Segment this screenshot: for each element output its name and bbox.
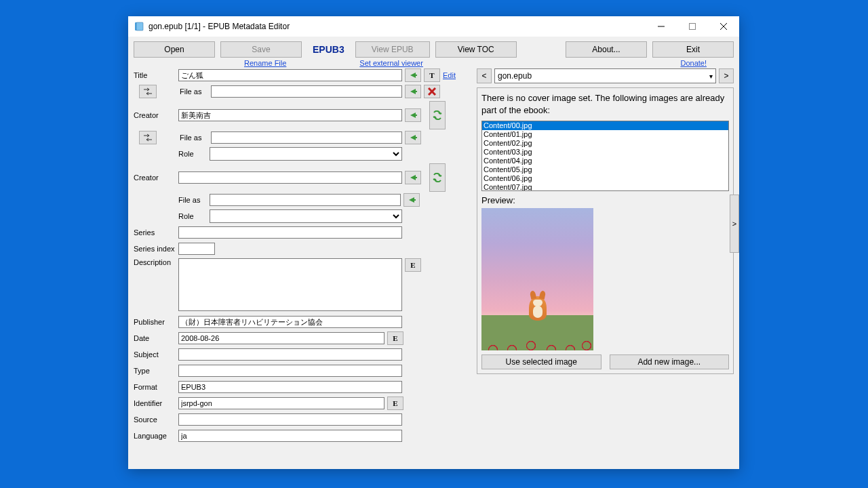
app-window: gon.epub [1/1] - EPUB Metadata Editor Op… — [128, 16, 739, 469]
date-input[interactable] — [178, 332, 384, 344]
cover-message: There is no cover image set. The followi… — [481, 92, 729, 117]
cover-panel: There is no cover image set. The followi… — [477, 87, 734, 374]
swap-title-icon[interactable] — [139, 85, 157, 98]
creator1-refresh-icon[interactable] — [429, 101, 446, 129]
open-button[interactable]: Open — [134, 41, 215, 58]
image-list-item[interactable]: Content/03.jpg — [482, 148, 728, 157]
svg-rect-10 — [415, 115, 417, 116]
prev-file-button[interactable]: < — [477, 68, 492, 83]
creator1-input[interactable] — [178, 109, 402, 121]
label-creator-1: Creator — [134, 111, 176, 119]
fileas2-apply-icon[interactable] — [405, 131, 421, 144]
title-apply-icon[interactable] — [405, 68, 421, 82]
next-file-button[interactable]: > — [719, 68, 734, 83]
label-date: Date — [134, 334, 176, 342]
label-format: Format — [134, 383, 176, 391]
label-type: Type — [134, 367, 176, 375]
creator2-apply-icon[interactable] — [405, 171, 421, 184]
image-list-item[interactable]: Content/04.jpg — [482, 157, 728, 165]
format-input[interactable] — [178, 381, 402, 393]
creator2-refresh-icon[interactable] — [429, 163, 446, 192]
description-input[interactable] — [178, 258, 402, 311]
identifier-edit-icon[interactable]: E — [387, 396, 403, 410]
image-list-item[interactable]: Content/05.jpg — [482, 165, 728, 174]
minimize-button[interactable] — [646, 16, 677, 37]
svg-rect-1 — [136, 22, 143, 30]
label-title: Title — [134, 71, 176, 79]
series-index-input[interactable] — [178, 243, 215, 255]
label-fileas-3: File as — [178, 196, 207, 204]
preview-label: Preview: — [481, 195, 729, 205]
label-role-2: Role — [178, 212, 207, 220]
creator1-fileas-input[interactable] — [211, 131, 402, 144]
image-list-item[interactable]: Content/00.jpg — [482, 121, 728, 130]
toolbar: Open Save EPUB3 View EPUB View TOC About… — [128, 37, 739, 59]
chevron-down-icon: ▾ — [709, 73, 713, 80]
title-input[interactable] — [178, 69, 402, 81]
svg-rect-7 — [415, 91, 417, 92]
expand-panel-button[interactable]: > — [730, 195, 739, 253]
creator2-role-select[interactable] — [210, 209, 402, 223]
image-list-item[interactable]: Content/06.jpg — [482, 174, 728, 183]
rename-file-link[interactable]: Rename File — [244, 59, 286, 67]
label-series-index: Series index — [134, 245, 176, 253]
description-edit-icon[interactable]: E — [405, 258, 421, 272]
label-publisher: Publisher — [134, 318, 176, 326]
window-title: gon.epub [1/1] - EPUB Metadata Editor — [149, 22, 646, 31]
file-selector[interactable]: gon.epub ▾ — [494, 68, 716, 83]
label-fileas-1: File as — [180, 87, 208, 96]
swap-creator1-icon[interactable] — [139, 131, 157, 144]
label-role-1: Role — [178, 150, 207, 158]
image-list[interactable]: Content/00.jpgContent/01.jpgContent/02.j… — [481, 121, 729, 191]
creator2-fileas-input[interactable] — [210, 194, 401, 206]
fileas1-delete-icon[interactable] — [424, 85, 440, 98]
title-text-icon[interactable]: T — [424, 68, 440, 82]
image-list-item[interactable]: Content/01.jpg — [482, 130, 728, 139]
language-input[interactable] — [178, 430, 402, 442]
exit-button[interactable]: Exit — [652, 41, 734, 58]
fileas1-apply-icon[interactable] — [405, 85, 421, 98]
title-edit-link[interactable]: Edit — [443, 71, 456, 79]
svg-rect-3 — [690, 24, 696, 30]
close-button[interactable] — [708, 16, 739, 37]
series-input[interactable] — [178, 226, 402, 239]
app-icon — [134, 21, 144, 32]
set-viewer-link[interactable]: Set external viewer — [359, 59, 423, 67]
metadata-form: Title T Edit File as Creator — [134, 68, 473, 445]
label-language: Language — [134, 432, 176, 440]
use-selected-button[interactable]: Use selected image — [481, 354, 601, 369]
type-input[interactable] — [178, 365, 402, 377]
sublink-row: Rename File Set external viewer Donate! — [128, 59, 739, 68]
svg-rect-6 — [415, 75, 417, 76]
svg-rect-11 — [415, 137, 417, 138]
svg-rect-13 — [414, 199, 416, 201]
cover-panel-area: < gon.epub ▾ > There is no cover image s… — [477, 68, 734, 445]
view-epub-button[interactable]: View EPUB — [355, 41, 430, 58]
maximize-button[interactable] — [677, 16, 708, 37]
save-button[interactable]: Save — [220, 41, 302, 58]
identifier-input[interactable] — [178, 397, 384, 409]
source-input[interactable] — [178, 413, 402, 426]
creator1-apply-icon[interactable] — [405, 108, 421, 122]
svg-rect-12 — [415, 177, 417, 178]
donate-link[interactable]: Donate! — [680, 59, 707, 67]
add-new-image-button[interactable]: Add new image... — [610, 354, 730, 369]
date-edit-icon[interactable]: E — [387, 331, 403, 345]
label-source: Source — [134, 415, 176, 424]
subject-input[interactable] — [178, 348, 402, 361]
about-button[interactable]: About... — [566, 41, 647, 58]
image-list-item[interactable]: Content/02.jpg — [482, 139, 728, 148]
creator1-role-select[interactable] — [210, 147, 402, 161]
fileas3-apply-icon[interactable] — [403, 193, 420, 207]
creator2-input[interactable] — [178, 171, 402, 184]
view-toc-button[interactable]: View TOC — [435, 41, 517, 58]
epub3-badge: EPUB3 — [307, 41, 350, 58]
title-fileas-input[interactable] — [211, 85, 402, 98]
publisher-input[interactable] — [178, 316, 402, 328]
label-fileas-2: File as — [180, 134, 208, 142]
titlebar: gon.epub [1/1] - EPUB Metadata Editor — [128, 16, 739, 37]
label-description: Description — [134, 258, 176, 266]
label-creator-2: Creator — [134, 174, 176, 182]
preview-image — [481, 208, 593, 350]
image-list-item[interactable]: Content/07.jpg — [482, 183, 728, 191]
